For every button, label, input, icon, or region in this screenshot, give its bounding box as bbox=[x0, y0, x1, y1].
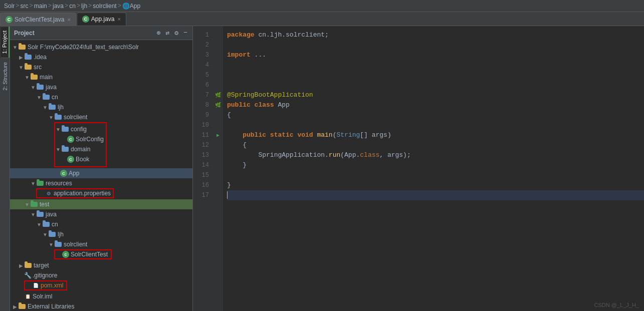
tree-item-java[interactable]: ▼ java bbox=[10, 82, 192, 92]
breadcrumb-sep5: > bbox=[77, 3, 80, 10]
tree-label-book: Book bbox=[76, 156, 89, 163]
tree-item-external-libs[interactable]: ▶ External Libraries bbox=[10, 301, 192, 311]
tree-label-solr: Solr F:\myCode2024\full_text_search\Solr bbox=[28, 44, 139, 51]
line-num-11: 11 bbox=[193, 130, 213, 140]
tree-item-test[interactable]: ▼ test bbox=[10, 199, 192, 209]
tab-solrclienttest[interactable]: C SolrClientTest.java × bbox=[0, 13, 76, 26]
tab-label-solrclienttest: SolrClientTest.java bbox=[15, 16, 64, 23]
project-panel-settings-icon[interactable]: ⊕ bbox=[156, 28, 162, 38]
folder-icon-java-test bbox=[36, 211, 44, 217]
folder-icon-cn bbox=[42, 94, 50, 100]
line-num-7: 7 bbox=[193, 90, 213, 100]
code-line-7: @SpringBootApplication bbox=[227, 90, 644, 100]
tree-label-cn-test: cn bbox=[52, 221, 58, 228]
tab-close-solrclienttest[interactable]: × bbox=[67, 17, 70, 23]
tree-item-domain[interactable]: ▼ domain bbox=[55, 144, 104, 154]
file-icon-solrclienttest: C bbox=[62, 251, 69, 258]
line-num-9: 9 bbox=[193, 110, 213, 120]
code-line-9: { bbox=[227, 110, 644, 120]
breadcrumb-java: java bbox=[53, 3, 64, 10]
main-area: 1: Project 2: Structure Project ⊕ ⇄ ⚙ − … bbox=[0, 26, 644, 311]
tree-label-appprops: application.properties bbox=[54, 190, 111, 197]
breadcrumb-sep6: > bbox=[88, 3, 92, 10]
project-panel-sync-icon[interactable]: ⇄ bbox=[165, 28, 171, 38]
tab-bar: C SolrClientTest.java × C App.java × bbox=[0, 12, 644, 26]
tree-item-config[interactable]: ▼ config bbox=[55, 124, 104, 134]
red-border-config-group: ▼ config ▶ C SolrConfig ▼ domain ▶ C bbox=[54, 122, 107, 167]
tree-item-java-test[interactable]: ▼ java bbox=[10, 209, 192, 219]
tree-arrow-cn-test: ▼ bbox=[36, 222, 42, 227]
gutter-icon-9 bbox=[213, 110, 223, 120]
tab-app[interactable]: C App.java × bbox=[77, 13, 126, 26]
gutter-icon-12 bbox=[213, 140, 223, 150]
tree-item-solrclient[interactable]: ▼ solrclient bbox=[10, 112, 192, 122]
tree-item-app[interactable]: ▶ C App bbox=[10, 168, 192, 178]
tree-label-config: config bbox=[71, 126, 87, 133]
tab-close-app[interactable]: × bbox=[118, 16, 121, 22]
tree-label-main: main bbox=[40, 74, 53, 81]
tab-icon-app: C bbox=[82, 16, 89, 23]
code-line-5 bbox=[227, 70, 644, 80]
tree-label-test: test bbox=[40, 201, 49, 208]
tree-arrow-resources: ▼ bbox=[30, 181, 36, 186]
tree-arrow-target: ▶ bbox=[18, 263, 24, 268]
tree-label-solrclient-test: solrclient bbox=[64, 241, 87, 248]
tree-label-idea: .idea bbox=[34, 54, 47, 61]
gutter-icon-8: 🌿 bbox=[213, 100, 223, 110]
folder-icon-main bbox=[30, 74, 38, 80]
line-num-12: 12 bbox=[193, 140, 213, 150]
code-line-2 bbox=[227, 40, 644, 50]
code-lines-area[interactable]: package cn.ljh.solrclient; import ... @S… bbox=[223, 26, 644, 311]
line-num-8: 8 bbox=[193, 100, 213, 110]
line-num-3: 3 bbox=[193, 50, 213, 60]
tree-item-main[interactable]: ▼ main bbox=[10, 72, 192, 82]
tree-item-solrconfig[interactable]: ▶ C SolrConfig bbox=[55, 134, 104, 144]
sidebar-tab-structure[interactable]: 2: Structure bbox=[1, 58, 9, 95]
project-tree[interactable]: ▼ Solr F:\myCode2024\full_text_search\So… bbox=[10, 40, 192, 311]
gutter-icon-2 bbox=[213, 40, 223, 50]
folder-icon-src bbox=[24, 64, 32, 70]
tree-item-target[interactable]: ▶ target bbox=[10, 260, 192, 270]
tree-item-solrclient-test[interactable]: ▼ solrclient bbox=[10, 239, 192, 249]
gutter-icon-4 bbox=[213, 60, 223, 70]
tree-item-ljh[interactable]: ▼ ljh bbox=[10, 102, 192, 112]
tree-item-idea[interactable]: ▶ .idea bbox=[10, 52, 192, 62]
line-num-10: 10 bbox=[193, 120, 213, 130]
code-gutter: 🌿 🌿 ▶ bbox=[213, 26, 223, 311]
gutter-icon-16 bbox=[213, 180, 223, 190]
tree-item-src[interactable]: ▼ src bbox=[10, 62, 192, 72]
folder-icon-idea bbox=[24, 54, 32, 60]
tree-item-solr-root[interactable]: ▼ Solr F:\myCode2024\full_text_search\So… bbox=[10, 42, 192, 52]
code-line-8: public class App bbox=[227, 100, 644, 110]
line-num-2: 2 bbox=[193, 40, 213, 50]
project-panel-minimize-icon[interactable]: − bbox=[182, 28, 188, 38]
breadcrumb-sep7: > bbox=[118, 3, 121, 10]
tree-item-ljh-test[interactable]: ▼ ljh bbox=[10, 229, 192, 239]
sidebar-tab-project[interactable]: 1: Project bbox=[1, 26, 10, 58]
tree-item-cn-test[interactable]: ▼ cn bbox=[10, 219, 192, 229]
tree-arrow-config: ▼ bbox=[55, 127, 61, 132]
gutter-icon-1 bbox=[213, 30, 223, 40]
tree-label-ljh-test: ljh bbox=[58, 231, 64, 238]
code-line-13: SpringApplication.run(App.class, args); bbox=[227, 150, 644, 160]
file-icon-pomxml: 📄 bbox=[32, 282, 39, 289]
tree-item-solriml[interactable]: ▶ 📋 Solr.iml bbox=[10, 291, 192, 301]
project-panel-gear-icon[interactable]: ⚙ bbox=[173, 28, 179, 38]
tree-label-solrclient: solrclient bbox=[64, 114, 87, 121]
tree-arrow-java-test: ▼ bbox=[30, 212, 36, 217]
breadcrumb-main: main bbox=[34, 3, 47, 10]
tree-item-gitignore[interactable]: ▶ 🔧 .gitignore bbox=[10, 270, 192, 280]
breadcrumb-solr: Solr bbox=[4, 3, 15, 10]
tree-arrow-cn: ▼ bbox=[36, 95, 42, 100]
tree-label-java-test: java bbox=[46, 211, 57, 218]
code-line-6 bbox=[227, 80, 644, 90]
code-line-3: import ... bbox=[227, 50, 644, 60]
code-editor[interactable]: 1 2 3 4 5 6 7 8 9 10 11 12 13 14 15 16 1… bbox=[193, 26, 644, 311]
gutter-icon-5 bbox=[213, 70, 223, 80]
folder-icon-domain bbox=[61, 146, 69, 152]
tree-item-cn[interactable]: ▼ cn bbox=[10, 92, 192, 102]
line-num-1: 1 bbox=[193, 30, 213, 40]
tree-arrow-domain: ▼ bbox=[55, 147, 61, 152]
tree-item-resources[interactable]: ▼ resources bbox=[10, 178, 192, 188]
tree-item-book[interactable]: ▶ C Book bbox=[55, 154, 104, 164]
